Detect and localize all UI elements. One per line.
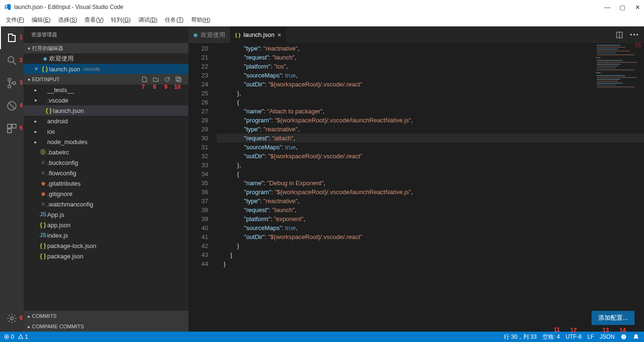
menu-s[interactable]: 选择(S) (54, 16, 81, 24)
svg-rect-8 (12, 124, 16, 128)
menu-f[interactable]: 文件(F) (2, 16, 28, 24)
editor-tabbar: ◆欢迎使用{ }launch.json× ••• (188, 26, 644, 43)
code-editor[interactable]: "type": "reactnative", "request": "launc… (217, 43, 644, 332)
tree-item[interactable]: ▸__tests__ (24, 85, 188, 95)
svg-rect-9 (8, 129, 11, 133)
statusbar: 0 1 行 30，列 33 空格: 411 UTF-812 LF JSON13 … (0, 332, 644, 342)
activity-extensions[interactable]: 5 (0, 117, 24, 140)
tree-item[interactable]: ▸ios (24, 126, 188, 137)
svg-rect-35 (597, 86, 635, 87)
svg-rect-23 (597, 62, 637, 63)
svg-rect-12 (177, 78, 181, 82)
svg-rect-22 (597, 60, 623, 61)
svg-rect-24 (597, 64, 620, 65)
svg-rect-28 (596, 72, 601, 73)
window-title: launch.json - EditInput - Visual Studio … (14, 4, 604, 10)
open-editor-item[interactable]: ×{ }launch.json.vscode (24, 64, 188, 74)
svg-rect-27 (597, 69, 635, 70)
add-configuration-button[interactable]: 添加配置... (592, 311, 635, 325)
tree-item[interactable]: JSindex.js (24, 230, 188, 240)
svg-rect-32 (597, 81, 618, 82)
tree-item[interactable]: ◆.gitattributes (24, 178, 188, 188)
tree-item[interactable]: ≡.watchmanconfig (24, 199, 188, 209)
open-editors-header[interactable]: ▾打开的编辑器 (24, 43, 188, 53)
status-language[interactable]: JSON13 (600, 333, 615, 340)
tree-item[interactable]: ▾.vscode (24, 95, 188, 105)
line-gutter: 2021222324252627282930313233343536373839… (188, 43, 217, 332)
tree-item[interactable]: ◆.gitignore (24, 188, 188, 199)
svg-point-2 (8, 78, 11, 81)
sidebar-explorer: 资源管理器 ▾打开的编辑器 ◆欢迎使用×{ }launch.json.vscod… (24, 26, 188, 332)
svg-point-0 (8, 57, 14, 62)
open-editor-item[interactable]: ◆欢迎使用 (24, 53, 188, 64)
minimap[interactable]: 15 (592, 43, 644, 137)
tree-item[interactable]: ≡.buckconfig (24, 157, 188, 168)
editor-area: ◆欢迎使用{ }launch.json× ••• 202122232425262… (188, 26, 644, 332)
status-spaces[interactable]: 空格: 411 (542, 333, 560, 341)
activity-scm[interactable]: 3 (0, 72, 24, 94)
tree-item[interactable]: ≡.flowconfig (24, 168, 188, 178)
new-folder-icon[interactable]: 8 (152, 75, 160, 84)
svg-rect-19 (597, 52, 616, 53)
menu-g[interactable]: 转到(G) (107, 16, 134, 24)
close-icon[interactable]: × (277, 31, 281, 39)
activity-debug[interactable]: 4 (0, 94, 24, 117)
tree-item[interactable]: ▸node_modules (24, 137, 188, 147)
status-eol[interactable]: LF (587, 333, 594, 340)
project-header[interactable]: ▾EDITINPUT 7 8 9 10 (24, 74, 188, 85)
svg-rect-26 (597, 68, 616, 68)
menubar: 文件(F)编辑(E)选择(S)查看(V)转到(G)调试(D)任务(T)帮助(H) (0, 14, 644, 26)
tree-item[interactable]: { }app.json (24, 220, 188, 230)
svg-line-1 (13, 62, 16, 65)
new-file-icon[interactable]: 7 (140, 75, 149, 84)
activity-search[interactable]: 2 (0, 49, 24, 72)
svg-rect-15 (597, 45, 620, 46)
svg-rect-21 (596, 57, 601, 58)
menu-v[interactable]: 查看(V) (81, 16, 107, 24)
commits-header[interactable]: ▸COMMITS (24, 311, 188, 321)
tree-item[interactable]: { }package-lock.json (24, 240, 188, 251)
maximize-button[interactable]: ▢ (619, 4, 625, 11)
tree-item[interactable]: { }launch.json (24, 105, 188, 116)
svg-rect-31 (597, 79, 620, 80)
status-notifications-icon[interactable] (633, 333, 639, 340)
svg-rect-18 (597, 51, 630, 51)
svg-point-3 (8, 85, 11, 88)
activity-explorer[interactable]: 1 (0, 26, 24, 49)
split-editor-icon[interactable] (616, 31, 623, 39)
vscode-icon (4, 3, 11, 11)
menu-d[interactable]: 调试(D) (135, 16, 161, 24)
editor-tab[interactable]: { }launch.json× (230, 26, 287, 43)
minimize-button[interactable]: — (604, 4, 610, 11)
svg-point-41 (624, 335, 625, 336)
status-errors[interactable]: 0 (4, 333, 14, 340)
close-icon[interactable]: × (32, 66, 41, 72)
menu-h[interactable]: 帮助(H) (187, 16, 214, 24)
status-cursor[interactable]: 行 30，列 33 (504, 333, 536, 341)
status-feedback-icon[interactable]: 14 (620, 333, 627, 340)
svg-rect-30 (597, 77, 637, 78)
activity-settings[interactable]: 6 (0, 307, 24, 330)
collapse-all-icon[interactable]: 10 (174, 75, 183, 84)
menu-t[interactable]: 任务(T) (161, 16, 187, 24)
svg-rect-25 (597, 66, 618, 67)
svg-point-4 (13, 82, 16, 85)
more-actions-icon[interactable]: ••• (630, 31, 639, 38)
compare-commits-header[interactable]: ▸COMPARE COMMITS (24, 321, 188, 332)
tree-item[interactable]: ▸android (24, 116, 188, 126)
tree-item[interactable]: JSApp.js (24, 209, 188, 220)
refresh-icon[interactable]: 9 (163, 75, 171, 84)
svg-rect-16 (597, 47, 625, 48)
editor-tab[interactable]: ◆欢迎使用 (188, 26, 230, 43)
svg-rect-34 (597, 85, 616, 86)
svg-rect-17 (597, 49, 618, 50)
menu-e[interactable]: 编辑(E) (28, 16, 54, 24)
status-encoding[interactable]: UTF-812 (566, 333, 582, 340)
tree-item[interactable]: { }package.json (24, 251, 188, 261)
project-tree: ▸__tests__▾.vscode{ }launch.json▸android… (24, 85, 188, 311)
activitybar: 1 2 3 4 5 6 (0, 26, 24, 332)
status-warnings[interactable]: 1 (18, 333, 28, 340)
svg-line-6 (8, 103, 15, 109)
close-button[interactable]: ✕ (635, 4, 640, 11)
tree-item[interactable]: ⓑ.babelrc (24, 147, 188, 157)
